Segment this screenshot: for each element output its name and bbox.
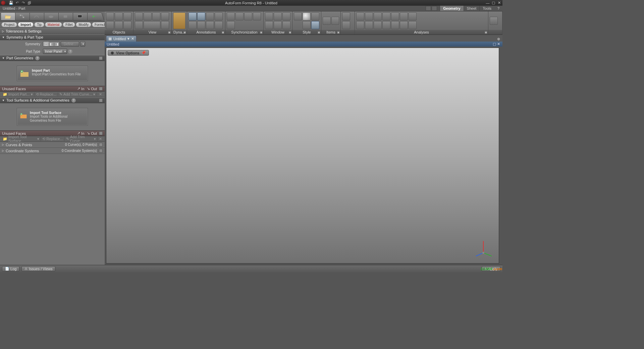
expand-icon[interactable]: ▣ [289,31,291,34]
win-d-icon[interactable] [265,21,273,29]
help-icon[interactable]: ? [71,98,76,103]
visibility-toggle[interactable] [99,87,103,91]
import-tool-card[interactable]: Import Tool Surface Import Tools or Addi… [17,108,88,126]
stage-screen-button[interactable] [73,12,87,20]
close-tab-icon[interactable]: ✕ [131,37,134,41]
help-icon[interactable]: ? [35,56,40,60]
delete-button[interactable]: ✕ [98,92,103,97]
section-part-geometries[interactable]: ▼ Part Geometries ? [0,55,105,61]
pill-fillet[interactable]: Fillet [63,22,75,27]
ana-12-icon[interactable] [391,21,399,29]
annot-h-icon[interactable] [215,21,223,29]
pill-material[interactable]: Material [45,22,62,27]
obj-a-icon[interactable] [106,21,114,29]
sync-d-icon[interactable] [253,12,261,20]
win-a-icon[interactable] [265,12,273,20]
import-part-card[interactable]: Import Part Import Part Geometries from … [17,66,88,81]
pill-import[interactable]: Import [18,22,34,27]
sync-e-icon[interactable] [227,21,235,29]
view-c-icon[interactable] [161,21,169,29]
sync-c-icon[interactable] [244,12,252,20]
pill-tip[interactable]: Tip [34,22,44,27]
pill-project[interactable]: Project [1,22,17,27]
section-coord[interactable]: ▷ Coordinate Systems 0 Coordinate System… [0,148,105,154]
ana-9-icon[interactable] [365,21,373,29]
3d-viewport[interactable]: ◉ View Options 📌 [106,48,499,264]
ana-2-icon[interactable] [365,12,373,20]
replace-menu[interactable]: ⟲ Replace... [35,92,58,97]
misc-a-icon[interactable] [342,12,350,20]
stage-run-button[interactable] [87,12,101,20]
win-b-icon[interactable] [274,12,282,20]
ana-1-icon[interactable] [356,12,364,20]
style-e-icon[interactable] [303,21,311,29]
annot-d-icon[interactable] [215,12,223,20]
tab-geometry[interactable]: Geometry [440,6,463,11]
dropdown-icon[interactable]: ▾ [127,37,129,41]
expand-icon[interactable]: ▣ [260,31,263,34]
section-tool-surfaces[interactable]: ▼ Tool Surfaces & Additional Geometries … [0,97,105,103]
parttype-select[interactable]: Inner Panel [43,49,67,54]
win-f-icon[interactable] [282,21,290,29]
delete-button[interactable]: ✕ [98,137,103,141]
stage-form-button[interactable] [58,12,72,20]
obj-book-icon[interactable] [123,12,131,20]
misc-b-icon[interactable] [342,21,350,29]
ana-4-icon[interactable] [382,12,390,20]
expand-icon[interactable]: ▣ [183,31,186,34]
section-tolerances[interactable]: ▷ Tolerances & Settings [0,28,105,34]
expand-icon[interactable]: ▣ [168,31,171,34]
undo-icon[interactable]: ↶ [15,1,19,5]
items-b-icon[interactable] [331,17,339,25]
symmetry-dropdown[interactable] [80,41,85,47]
expand-icon[interactable]: ▣ [485,31,487,34]
ana-3-icon[interactable] [374,12,382,20]
stage-flow-button[interactable] [15,12,29,20]
annot-measure-icon[interactable] [197,12,205,20]
minimize-button[interactable]: — [485,1,490,5]
replace-menu[interactable]: ⟲ Replace... [41,137,65,141]
win-e-icon[interactable] [274,21,282,29]
log-button[interactable]: 📄 Log [2,266,19,272]
maximize-button[interactable]: ▢ [491,1,496,5]
tab-sheet[interactable]: Sheet [464,6,480,11]
issues-button[interactable]: ⚠ Issues / Views [21,266,55,272]
sync-b-icon[interactable] [235,12,244,20]
visibility-toggle[interactable] [99,131,103,135]
ana-14-icon[interactable] [409,21,417,29]
in-button[interactable]: ↗ In [77,86,84,91]
dyna-section-icon[interactable] [173,12,185,29]
expand-icon[interactable]: ▣ [318,31,320,34]
ana-7-icon[interactable] [409,12,417,20]
pill-modify[interactable]: Modify [76,22,91,27]
view-fit-icon[interactable] [135,12,143,20]
annot-e-icon[interactable] [189,21,197,29]
visibility-toggle[interactable] [99,56,103,60]
add-tab-icon[interactable]: ⊕ [496,36,501,42]
stage-draw-button[interactable] [30,12,44,20]
visibility-toggle[interactable] [99,99,103,102]
redo-icon[interactable]: ↷ [21,1,25,5]
ana-11-icon[interactable] [382,21,390,29]
add-trim-menu[interactable]: ✎ Add Trim Curve... ▾ [58,92,97,97]
layout-toggle-1-icon[interactable] [426,6,431,11]
view-b-icon[interactable] [144,21,160,29]
ana-10-icon[interactable] [374,21,382,29]
expand-icon[interactable]: ▣ [337,31,340,34]
obj-new-icon[interactable] [106,12,114,20]
symmetry-toggle[interactable]: ◻◧◨ [43,41,60,47]
viewport-close-icon[interactable]: ✕ [496,42,500,46]
annot-c-icon[interactable] [206,12,214,20]
annot-pointer-icon[interactable] [189,12,197,20]
style-shade-icon[interactable] [303,12,311,20]
view-zoom-icon[interactable] [144,12,152,20]
close-button[interactable]: ✕ [497,1,501,5]
view-options-button[interactable]: ◉ View Options 📌 [108,50,149,56]
help-icon[interactable]: ? [68,49,72,54]
annot-g-icon[interactable] [206,21,214,29]
stage-open-button[interactable] [1,12,15,20]
visibility-toggle[interactable] [99,143,103,147]
help-icon[interactable]: ? [496,6,501,10]
items-a-icon[interactable] [323,17,331,25]
viewport-maximize-icon[interactable]: ▢ [492,42,496,46]
